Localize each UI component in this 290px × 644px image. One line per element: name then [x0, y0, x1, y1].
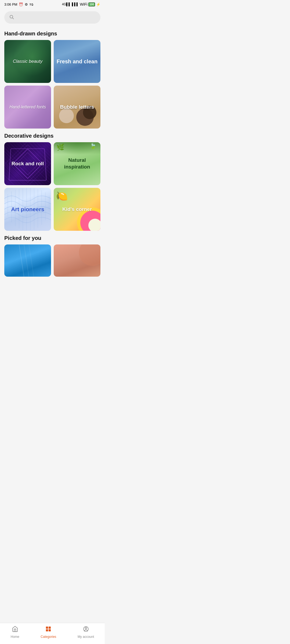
card-fresh-clean[interactable]: Fresh and clean: [54, 40, 100, 83]
card-kids-corner[interactable]: 🍋 Kid's corner: [54, 188, 100, 231]
svg-line-3: [24, 244, 29, 277]
card-bubble-letters[interactable]: Bubble letters: [54, 86, 100, 129]
search-icon: [9, 14, 14, 20]
card-art-pioneers[interactable]: Art pioneers: [4, 188, 51, 231]
card-hand-lettered[interactable]: Hand-lettered fonts: [4, 86, 51, 129]
card-kids-bg: 🍋 Kid's corner: [54, 188, 100, 231]
time-display: 3:06 PM: [4, 2, 17, 6]
card-picked-2[interactable]: [54, 244, 100, 277]
card-classic-label: Classic beauty: [11, 57, 45, 66]
card-picked-1-bg: [4, 244, 51, 277]
alarm-icon: ⏰: [19, 2, 23, 6]
card-handlettered-label: Hand-lettered fonts: [7, 103, 48, 112]
section-title-decorative: Decorative designs: [4, 133, 100, 139]
decorative-grid: Rock and roll 🌿 🍃 Natural inspiration: [4, 142, 100, 231]
card-rock-roll[interactable]: Rock and roll: [4, 142, 51, 185]
wifi-icon: WiFi: [80, 2, 87, 6]
section-hand-drawn: Hand-drawn designs Classic beauty Fresh …: [0, 31, 105, 129]
settings-icon: ⚙: [25, 2, 28, 6]
card-picked-1[interactable]: [4, 244, 51, 277]
section-decorative: Decorative designs Rock and roll: [0, 133, 105, 231]
card-picked-2-bg: [54, 244, 100, 277]
card-kids-label: Kid's corner: [60, 204, 94, 214]
card-bubble-label: Bubble letters: [58, 102, 96, 112]
status-bar: 3:06 PM ⏰ ⚙ ۲۵ 4G▌▌ ▌▌▌ WiFi 100 ⚡: [0, 0, 105, 8]
section-title-picked: Picked for you: [4, 235, 100, 241]
svg-line-1: [13, 18, 14, 19]
signal2-icon: ▌▌▌: [72, 2, 79, 6]
main-content: Hand-drawn designs Classic beauty Fresh …: [0, 31, 105, 300]
svg-line-4: [29, 244, 34, 277]
svg-point-0: [10, 15, 13, 18]
card-art-label: Art pioneers: [9, 204, 46, 215]
card-handlettered-bg: Hand-lettered fonts: [4, 86, 51, 129]
charging-icon: ⚡: [96, 2, 100, 6]
signal-icon: 4G▌▌: [62, 2, 71, 6]
svg-line-2: [19, 244, 24, 277]
search-container: [0, 8, 105, 26]
card-rock-bg: Rock and roll: [4, 142, 51, 185]
status-right: 4G▌▌ ▌▌▌ WiFi 100 ⚡: [62, 2, 100, 6]
card-bubble-bg: Bubble letters: [54, 86, 100, 129]
section-title-hand-drawn: Hand-drawn designs: [4, 31, 100, 37]
battery-indicator: 100: [88, 2, 95, 6]
card-natural-bg: 🌿 🍃 Natural inspiration: [54, 142, 100, 185]
search-bar[interactable]: [4, 11, 100, 24]
card-fresh-label: Fresh and clean: [55, 56, 100, 67]
persian-number: ۲۵: [30, 2, 33, 6]
hand-drawn-grid: Classic beauty Fresh and clean Hand-lett…: [4, 40, 100, 129]
card-natural-inspiration[interactable]: 🌿 🍃 Natural inspiration: [54, 142, 100, 185]
card-natural-label: Natural inspiration: [54, 155, 100, 172]
card-classic-beauty[interactable]: Classic beauty: [4, 40, 51, 83]
card-fresh-bg: Fresh and clean: [54, 40, 100, 83]
card-art-bg: Art pioneers: [4, 188, 51, 231]
section-picked-for-you: Picked for you: [0, 235, 105, 277]
picked-grid: [4, 244, 100, 277]
card-rock-label: Rock and roll: [9, 159, 46, 169]
card-classic-bg: Classic beauty: [4, 40, 51, 83]
